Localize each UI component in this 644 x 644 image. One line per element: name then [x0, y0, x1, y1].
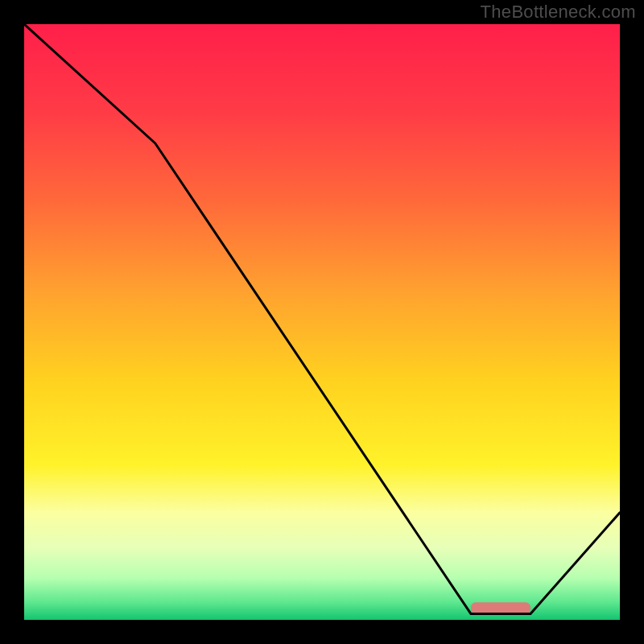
bottleneck-chart-svg	[24, 24, 620, 620]
plot-area	[24, 24, 620, 620]
attribution-label: TheBottleneck.com	[481, 2, 636, 23]
chart-frame: TheBottleneck.com	[0, 0, 644, 644]
heatmap-background	[24, 24, 620, 620]
optimum-range-marker	[471, 602, 530, 613]
